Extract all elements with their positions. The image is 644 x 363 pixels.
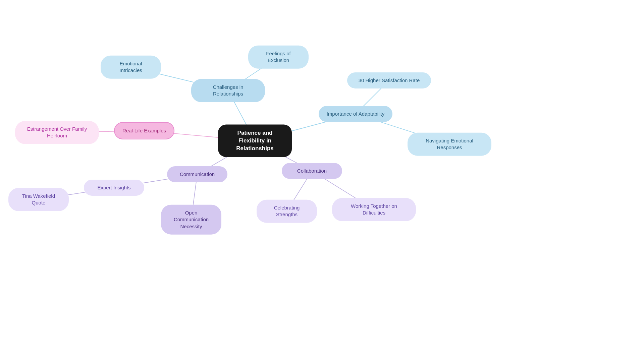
estrangement-node: Estrangement Over Family Heirloom [15,121,99,144]
navigating-emotional-node: Navigating Emotional Responses [408,133,491,156]
center-label: Patience and Flexibility in Relationship… [225,129,284,153]
working-together-node: Working Together on Difficulties [332,198,416,221]
mindmap-container: Patience and Flexibility in Relationship… [0,0,644,363]
importance-adaptability-node: Importance of Adaptability [319,106,392,122]
collaboration-node: Collaboration [282,163,342,179]
feelings-exclusion-node: Feelings of Exclusion [248,46,309,69]
center-node: Patience and Flexibility in Relationship… [218,125,292,157]
expert-insights-node: Expert Insights [84,180,144,196]
challenges-node: Challenges in Relationships [191,79,265,102]
higher-satisfaction-node: 30 Higher Satisfaction Rate [347,72,431,88]
tina-wakefield-node: Tina Wakefield Quote [8,188,69,211]
real-life-examples-node: Real-Life Examples [114,122,174,139]
open-communication-node: Open Communication Necessity [161,205,221,235]
emotional-intricacies-node: Emotional Intricacies [101,56,161,79]
communication-node: Communication [167,166,227,182]
celebrating-strengths-node: Celebrating Strengths [257,200,317,223]
